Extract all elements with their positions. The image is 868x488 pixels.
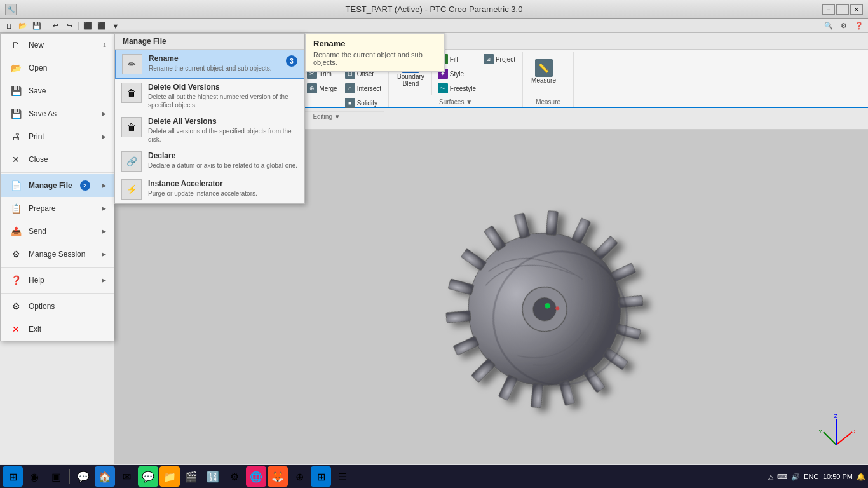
rename-tooltip-title: Rename [313, 39, 437, 48]
fm-manage-file[interactable]: 📄 Manage File 2 ▶ [1, 174, 114, 197]
fm-print-label: Print [29, 132, 44, 141]
new-button-qa[interactable]: 🗋 [3, 20, 15, 32]
titlebar: 🔧 TEST_PART (Active) - PTC Creo Parametr… [0, 0, 868, 19]
fm-send[interactable]: 📤 Send ▶ [1, 220, 114, 243]
fm-exit[interactable]: ✕ Exit [1, 318, 114, 341]
solidify-button[interactable]: ■ Solidify [342, 96, 384, 110]
search-btn-qa[interactable]: 🔍 [822, 20, 835, 32]
window-title: TEST_PART (Active) - PTC Creo Parametric… [346, 4, 523, 14]
mf-rename[interactable]: ✏ Rename Rename the current object and s… [115, 50, 304, 79]
taskbar-mail[interactable]: ✉ [116, 466, 137, 487]
svg-rect-19 [461, 248, 486, 271]
mf-instance-accel-icon-box: ⚡ [121, 179, 142, 200]
mf-declare-title: Declare [148, 151, 298, 160]
freestyle-icon: 〜 [438, 83, 448, 93]
fm-manage-session[interactable]: ⚙ Manage Session ▶ [1, 243, 114, 266]
window-controls: − □ ✕ [822, 4, 863, 15]
mf-instance-accel[interactable]: ⚡ Instance Accelerator Purge or update i… [115, 175, 304, 203]
freestyle-label: Freestyle [450, 85, 476, 92]
task-view[interactable]: ▣ [46, 466, 66, 487]
regen-button[interactable]: ⬛ [81, 20, 94, 32]
qa-separator-2 [78, 22, 79, 30]
svg-rect-20 [484, 226, 506, 251]
taskbar-terminal[interactable]: ☰ [332, 466, 353, 487]
mf-delete-old-icon-box: 🗑 [121, 83, 142, 103]
settings-btn-qa[interactable]: ⚙ [837, 20, 850, 32]
boundary-blend-label: BoundaryBlend [397, 73, 424, 87]
mf-declare[interactable]: 🔗 Declare Declare a datum or axis to be … [115, 147, 304, 175]
project-icon: ⊿ [484, 54, 494, 64]
fm-options[interactable]: ⚙ Options [1, 295, 114, 318]
fm-new[interactable]: 🗋 New 1 [1, 34, 114, 57]
project-label: Project [496, 56, 515, 63]
search-taskbar[interactable]: ◉ [24, 466, 44, 487]
merge-button[interactable]: ⊕ Merge [304, 81, 340, 95]
solidify-label: Solidify [357, 100, 377, 107]
svg-rect-14 [498, 374, 518, 400]
project-button[interactable]: ⊿ Project [480, 52, 519, 66]
mf-declare-desc: Declare a datum or axis to be related to… [148, 161, 298, 170]
merge-label: Merge [319, 85, 337, 92]
freestyle-button[interactable]: 〜 Freestyle [435, 81, 479, 95]
save-as-arrow: ▶ [102, 111, 106, 117]
taskbar-browser[interactable]: 🌐 [246, 466, 266, 487]
measure-label: Measure [527, 97, 569, 107]
systray-up-arrow[interactable]: △ [768, 473, 773, 481]
minimize-button[interactable]: − [822, 4, 835, 15]
fm-help[interactable]: ❓ Help ▶ [1, 269, 114, 292]
systray-volume[interactable]: 🔊 [791, 473, 800, 481]
fm-save-as[interactable]: 💾 Save As ▶ [1, 102, 114, 125]
fm-prepare[interactable]: 📋 Prepare ▶ [1, 197, 114, 220]
maximize-button[interactable]: □ [836, 4, 849, 15]
taskbar-firefox[interactable]: 🦊 [268, 466, 288, 487]
fm-prepare-label: Prepare [29, 204, 56, 213]
fm-open[interactable]: 📂 Open [1, 57, 114, 79]
mf-rename-desc: Rename the current object and sub object… [149, 64, 280, 72]
taskbar-whatsapp[interactable]: 💬 [138, 466, 158, 487]
taskbar-chat[interactable]: 💬 [73, 466, 93, 487]
close-button[interactable]: ✕ [850, 4, 863, 15]
fm-print[interactable]: 🖨 Print ▶ [1, 125, 114, 148]
fm-exit-label: Exit [29, 325, 41, 334]
open-button-qa[interactable]: 📂 [17, 20, 29, 32]
svg-rect-18 [448, 279, 474, 295]
intersect-button[interactable]: ∩ Intersect [342, 81, 384, 95]
switch-button[interactable]: ⬛ [95, 20, 108, 32]
mf-declare-icon-box: 🔗 [121, 151, 142, 172]
mf-instance-accel-title: Instance Accelerator [148, 179, 298, 188]
intersect-icon: ∩ [345, 83, 355, 93]
taskbar-settings-icon[interactable]: ⚙ [224, 466, 245, 487]
taskbar-app1[interactable]: ⊕ [289, 466, 309, 487]
mf-delete-all[interactable]: 🗑 Delete All Versions Delete all version… [115, 113, 304, 147]
svg-line-25 [824, 432, 836, 445]
save-button-qa[interactable]: 💾 [31, 20, 43, 32]
fm-save-as-icon: 💾 [8, 106, 24, 121]
fm-open-label: Open [29, 64, 47, 72]
fm-prepare-icon: 📋 [8, 201, 24, 216]
svg-rect-15 [471, 358, 496, 383]
fm-new-icon: 🗋 [8, 37, 24, 53]
systray-notification[interactable]: 🔔 [857, 473, 865, 481]
mf-rename-icon-box: ✏ [122, 54, 142, 74]
undo-button[interactable]: ↩ [49, 20, 62, 32]
taskbar-explorer[interactable]: 🏠 [95, 466, 115, 487]
start-button[interactable]: ⊞ [3, 466, 23, 487]
taskbar-media[interactable]: 🎬 [181, 466, 201, 487]
redo-button[interactable]: ↪ [63, 20, 76, 32]
mf-delete-old[interactable]: 🗑 Delete Old Versions Delete all but the… [115, 79, 304, 113]
mf-delete-old-title: Delete Old Versions [148, 83, 298, 92]
taskbar-calc[interactable]: 🔢 [203, 466, 223, 487]
fm-close[interactable]: ✕ Close [1, 148, 114, 171]
help-btn-qa[interactable]: ❓ [853, 20, 865, 32]
svg-rect-9 [615, 323, 641, 339]
taskbar-files[interactable]: 📁 [159, 466, 180, 487]
mf-declare-text: Declare Declare a datum or axis to be re… [148, 151, 298, 170]
svg-rect-8 [618, 295, 643, 308]
taskbar-windows-store[interactable]: ⊞ [311, 466, 331, 487]
fm-close-icon: ✕ [8, 152, 24, 167]
windows-taskbar: ⊞ ◉ ▣ 💬 🏠 ✉ 💬 📁 🎬 🔢 ⚙ 🌐 🦊 ⊕ ⊞ ☰ △ ⌨ 🔊 EN… [0, 465, 868, 488]
measure-button[interactable]: 📏 Measure [527, 52, 560, 90]
qa-more[interactable]: ▼ [109, 20, 122, 32]
fm-save[interactable]: 💾 Save [1, 79, 114, 102]
surfaces-label: Surfaces ▼ [393, 97, 519, 107]
